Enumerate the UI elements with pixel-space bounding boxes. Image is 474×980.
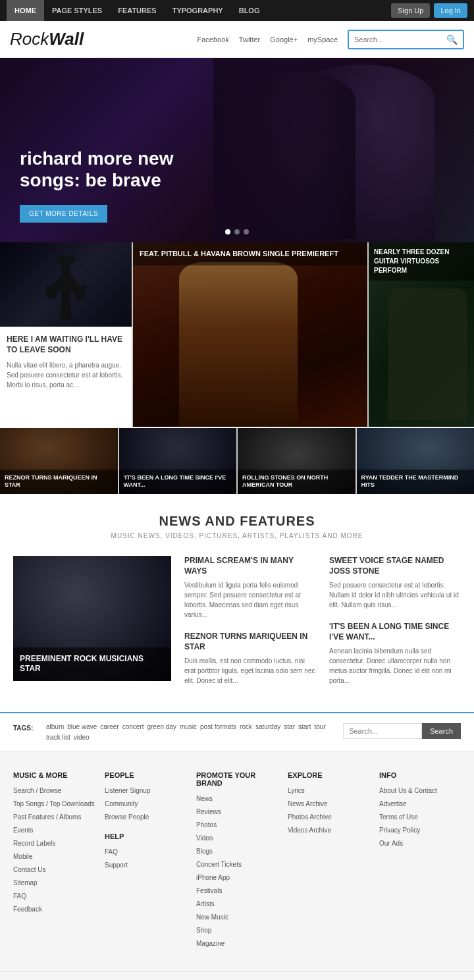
footer-link[interactable]: FAQ: [105, 847, 186, 858]
tag-item[interactable]: album: [46, 723, 64, 730]
small-item-2[interactable]: 'IT'S BEEN A LONG TIME SINCE I'VE WANT..…: [119, 428, 237, 494]
tag-item[interactable]: tour: [314, 723, 325, 730]
login-button[interactable]: Log In: [434, 3, 467, 18]
tag-item[interactable]: blue wave: [67, 723, 97, 730]
news-article-4[interactable]: 'IT'S BEEN A LONG TIME SINCE I'VE WANT..…: [329, 622, 461, 686]
footer-link[interactable]: News Archive: [288, 799, 369, 809]
featured-center[interactable]: FEAT. PITBULL & HAVANA BROWN SINGLE PREM…: [133, 242, 367, 427]
footer-link[interactable]: Community: [105, 799, 186, 809]
search-input[interactable]: [349, 32, 441, 47]
tag-item[interactable]: music: [180, 723, 197, 730]
top-nav: HOME PAGE STYLES FEATURES TYPOGRAPHY BLO…: [0, 0, 474, 21]
featured-right-overlay: NEARLY THREE DOZEN GUITAR VIRTUOSOS PERF…: [369, 242, 474, 281]
tags-search-button[interactable]: Search: [422, 723, 461, 739]
footer-link[interactable]: Magazine: [196, 939, 278, 949]
tag-item[interactable]: star: [284, 723, 295, 730]
footer-link[interactable]: Artists: [196, 899, 278, 910]
footer-bottom: Home Page Styles Features Typography Blo…: [0, 971, 474, 980]
featured-center-overlay: FEAT. PITBULL & HAVANA BROWN SINGLE PREM…: [133, 242, 367, 265]
footer-link[interactable]: Blogs: [196, 846, 278, 857]
header-link-twitter[interactable]: Twitter: [239, 36, 260, 43]
footer-link[interactable]: Search / Browse: [13, 786, 95, 796]
tag-item[interactable]: concert: [122, 723, 144, 730]
search-button[interactable]: 🔍: [441, 31, 463, 48]
hero-dot-2[interactable]: [234, 229, 240, 234]
footer-link[interactable]: Concert Tickets: [196, 859, 278, 870]
footer-link[interactable]: New Music: [196, 912, 278, 923]
footer-link[interactable]: Terms of Use: [379, 812, 461, 823]
footer-link[interactable]: Video: [196, 833, 278, 844]
header-link-googleplus[interactable]: Google+: [270, 36, 298, 43]
footer-link[interactable]: iPhone App: [196, 873, 278, 883]
header-link-facebook[interactable]: Facebook: [198, 36, 229, 43]
nav-features[interactable]: FEATURES: [110, 0, 164, 21]
footer-link[interactable]: Sitemap: [13, 878, 95, 888]
hero-dot-3[interactable]: [244, 229, 249, 234]
tag-item[interactable]: track list: [46, 734, 70, 741]
small-item-1[interactable]: REZNOR TURNS MARIQUEEN IN STAR: [0, 428, 118, 494]
news-article-1[interactable]: PRIMAL SCREAM'S IN MANY WAYS Vestibulum …: [184, 556, 316, 620]
small-item-4[interactable]: RYAN TEDDER THE MASTERMIND HITS: [357, 428, 475, 494]
tags-search-input[interactable]: [343, 723, 422, 739]
news-article-2[interactable]: REZNOR TURNS MARIQUEEN IN STAR Duis moll…: [184, 632, 316, 686]
nav-page-styles[interactable]: PAGE STYLES: [44, 0, 110, 21]
footer-link[interactable]: Shop: [196, 925, 278, 936]
footer-link[interactable]: Privacy Policy: [379, 825, 461, 836]
news-article-1-title: PRIMAL SCREAM'S IN MANY WAYS: [184, 556, 316, 576]
footer-col-music-title: MUSIC & MORE: [13, 771, 95, 779]
tags-label: TAGS:: [13, 723, 36, 732]
tag-item[interactable]: saturday: [255, 723, 280, 730]
featured-left-image[interactable]: [0, 242, 132, 327]
footer-link[interactable]: Our Ads: [379, 838, 461, 849]
nav-typography[interactable]: TYPOGRAPHY: [165, 0, 231, 21]
footer-link[interactable]: FAQ: [13, 891, 95, 902]
footer-link[interactable]: Support: [105, 860, 186, 871]
tag-item[interactable]: video: [74, 734, 90, 741]
footer-link[interactable]: Reviews: [196, 807, 278, 817]
small-item-2-label: 'IT'S BEEN A LONG TIME SINCE I'VE WANT..…: [119, 470, 237, 494]
news-featured[interactable]: PREEMINENT ROCK MUSICIANS STAR: [13, 556, 171, 681]
footer-link[interactable]: Advertise: [379, 799, 461, 809]
tag-item[interactable]: start: [298, 723, 311, 730]
news-article-3[interactable]: SWEET VOICE STAGE NAMED JOSS STONE Sed p…: [329, 556, 461, 610]
footer-link[interactable]: Mobile: [13, 852, 95, 862]
footer-link[interactable]: Record Labels: [13, 838, 95, 849]
small-item-3[interactable]: ROLLING STONES ON NORTH AMERICAN TOUR: [238, 428, 356, 494]
featured-left: HERE I AM WAITING I'LL HAVE TO LEAVE SOO…: [0, 242, 132, 427]
footer-col2-links: Listener SignupCommunityBrowse People: [105, 786, 186, 823]
tags-section: TAGS: albumblue wavecareerconcertgreen d…: [0, 712, 474, 751]
tag-item[interactable]: green day: [147, 723, 176, 730]
hero-cta-button[interactable]: GET MORE DETAILS: [20, 205, 107, 223]
nav-home[interactable]: HOME: [7, 0, 44, 21]
tag-item[interactable]: career: [100, 723, 118, 730]
footer-link[interactable]: Top Songs / Top Downloads: [13, 799, 95, 809]
footer-link[interactable]: News: [196, 794, 278, 804]
signup-button[interactable]: Sign Up: [391, 3, 430, 18]
footer-link[interactable]: Contact Us: [13, 865, 95, 875]
footer-link[interactable]: Festivals: [196, 886, 278, 896]
footer-link[interactable]: Events: [13, 825, 95, 836]
featured-left-desc: Nulla vitae elit libero, a pharetra augu…: [7, 360, 125, 390]
nav-blog[interactable]: BLOG: [231, 0, 268, 21]
footer-link[interactable]: Listener Signup: [105, 786, 186, 796]
hero-dot-1[interactable]: [225, 229, 230, 234]
featured-left-title: HERE I AM WAITING I'LL HAVE TO LEAVE SOO…: [7, 335, 125, 355]
footer-link[interactable]: About Us & Contact: [379, 786, 461, 796]
tag-item[interactable]: post formats: [200, 723, 236, 730]
featured-right-image[interactable]: NEARLY THREE DOZEN GUITAR VIRTUOSOS PERF…: [369, 242, 474, 427]
footer-link[interactable]: Feedback: [13, 904, 95, 915]
footer-col3-links: NewsReviewsPhotosVideoBlogsConcert Ticke…: [196, 794, 278, 949]
search-container: 🔍: [348, 30, 464, 49]
header-link-myspace[interactable]: mySpace: [307, 36, 338, 43]
footer-link[interactable]: Videos Archive: [288, 825, 369, 836]
logo[interactable]: RockWall: [10, 29, 84, 49]
footer-link[interactable]: Photos: [196, 820, 278, 830]
footer-link[interactable]: Photos Archive: [288, 812, 369, 823]
footer-link[interactable]: Lyrics: [288, 786, 369, 796]
news-section: NEWS AND FEATURES MUSIC NEWS, VIDEOS, PI…: [0, 494, 474, 705]
tag-item[interactable]: rock: [240, 723, 252, 730]
hero-content: richard more new songs: be brave GET MOR…: [20, 148, 211, 223]
footer-col5-links: About Us & ContactAdvertiseTerms of UseP…: [379, 786, 461, 849]
footer-link[interactable]: Browse People: [105, 812, 186, 823]
footer-link[interactable]: Past Features / Albums: [13, 812, 95, 823]
